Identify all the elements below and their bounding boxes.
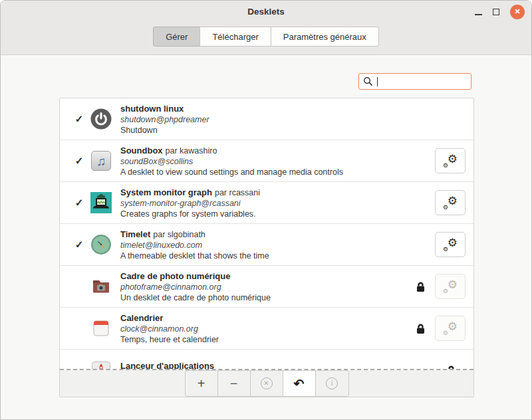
search-icon: [363, 76, 373, 86]
titlebar: Desklets ✕: [1, 1, 531, 23]
desklet-title: Soundbox: [120, 146, 163, 156]
list-toolbar: + − ✕ ↶ i: [60, 370, 473, 397]
desklet-info: Calendrier clock@cinnamon.org Temps, heu…: [120, 312, 412, 346]
minus-icon: −: [230, 376, 238, 391]
desklet-title: Calendrier: [120, 313, 163, 323]
enabled-check-icon: ✓: [68, 113, 90, 125]
desklet-row-launcher[interactable]: Lanceur d'applications launcher@cinnamon…: [60, 350, 473, 369]
configure-button[interactable]: ⚙⚙: [435, 232, 466, 257]
configure-button-disabled: ⚙⚙: [435, 274, 466, 299]
launcher-icon: [90, 360, 112, 369]
tab-general-settings[interactable]: Paramètres généraux: [271, 27, 379, 47]
desklet-author: par rcassani: [215, 188, 260, 197]
desklet-row-calendar[interactable]: Calendrier clock@cinnamon.org Temps, heu…: [60, 308, 473, 350]
undo-button[interactable]: ↶: [283, 371, 316, 396]
desklet-title: Cadre de photo numérique: [120, 271, 230, 281]
desklet-info: System monitor graphpar rcassani system-…: [120, 186, 435, 220]
desklet-list: ✓ shutdown linux shutdown@phpdreamer Shu…: [60, 98, 473, 369]
tab-bar: Gérer Télécharger Paramètres généraux: [1, 23, 531, 54]
desklet-description: A themeable desklet that shows the time: [120, 251, 435, 262]
circled-x-icon: ✕: [261, 377, 273, 389]
desklet-title: Timelet: [120, 229, 150, 239]
power-icon: [90, 108, 112, 130]
desklet-description: Creates graphs for system variables.: [120, 209, 435, 220]
desklet-description: Shutdown: [120, 125, 466, 136]
desklet-title: Lanceur d'applications: [120, 361, 214, 369]
gears-icon: ⚙⚙: [443, 195, 458, 210]
desklet-uuid: photoframe@cinnamon.org: [120, 282, 412, 292]
desklet-description: Un desklet de cadre de photo numérique: [120, 292, 412, 304]
lock-icon: [416, 281, 426, 292]
configure-button-disabled: ⚙⚙: [435, 316, 466, 341]
desklets-window: Desklets ✕ Gérer Télécharger Paramètres …: [0, 0, 532, 420]
desklet-uuid: system-monitor-graph@rcassani: [120, 198, 435, 209]
clock-icon: [90, 234, 112, 255]
desklet-row-shutdown-linux[interactable]: ✓ shutdown linux shutdown@phpdreamer Shu…: [60, 98, 473, 140]
remove-desklet-button[interactable]: −: [218, 371, 251, 396]
gears-icon: ⚙⚙: [443, 279, 458, 294]
enabled-check-icon: ✓: [68, 155, 90, 167]
window-controls: ✕: [475, 1, 525, 23]
search-input[interactable]: [378, 77, 467, 86]
toolbar-button-group: + − ✕ ↶ i: [185, 370, 349, 397]
close-icon[interactable]: ✕: [510, 5, 525, 19]
desklet-row-soundbox[interactable]: ✓ ♫ Soundboxpar kawashiro soundBox@scoll…: [60, 140, 473, 182]
desklet-uuid: shutdown@phpdreamer: [120, 114, 466, 125]
minimize-icon[interactable]: [475, 14, 482, 15]
enabled-check-icon: ✓: [68, 197, 90, 209]
desklet-description: A desklet to view sound settings and man…: [120, 167, 435, 178]
tab-download[interactable]: Télécharger: [200, 27, 271, 47]
search-box[interactable]: [358, 73, 471, 90]
gears-icon: ⚙⚙: [443, 321, 458, 336]
gears-icon: ⚙⚙: [443, 237, 458, 252]
desklet-uuid: timelet@linuxedo.com: [120, 240, 435, 251]
system-monitor-icon: [90, 192, 112, 213]
window-header: Desklets ✕ Gérer Télécharger Paramètres …: [1, 1, 531, 55]
lock-icon: [446, 365, 456, 369]
desklet-uuid: clock@cinnamon.org: [120, 324, 412, 334]
photo-frame-icon: [90, 276, 112, 297]
desklet-info: Lanceur d'applications launcher@cinnamon…: [120, 360, 442, 369]
plus-icon: +: [198, 376, 205, 391]
desklet-info: Cadre de photo numérique photoframe@cinn…: [120, 270, 412, 304]
desklet-info: shutdown linux shutdown@phpdreamer Shutd…: [120, 102, 466, 136]
info-icon: i: [326, 377, 338, 389]
add-desklet-button[interactable]: +: [186, 371, 218, 396]
desklet-title: System monitor graph: [120, 187, 212, 197]
gears-icon: ⚙⚙: [443, 154, 458, 168]
desklet-author: par slgobinath: [153, 230, 205, 239]
undo-arrow-icon: ↶: [294, 377, 305, 390]
tab-manage[interactable]: Gérer: [153, 27, 200, 47]
desklet-info: Soundboxpar kawashiro soundBox@scollins …: [120, 144, 435, 178]
uninstall-desklet-button: ✕: [251, 371, 283, 396]
desklet-row-timelet[interactable]: ✓ Timeletpar slgobinath timelet@linuxedo…: [60, 224, 473, 266]
maximize-icon[interactable]: [493, 9, 499, 15]
desklet-info: Timeletpar slgobinath timelet@linuxedo.c…: [120, 228, 435, 262]
calendar-icon: [90, 318, 112, 339]
desklet-row-system-monitor-graph[interactable]: ✓ System: [60, 182, 473, 224]
music-note-icon: ♫: [90, 150, 112, 171]
enabled-check-icon: ✓: [68, 239, 90, 251]
lock-icon: [416, 323, 426, 334]
configure-button[interactable]: ⚙⚙: [435, 190, 466, 215]
info-button: i: [316, 371, 348, 396]
desklet-row-photo-frame[interactable]: Cadre de photo numérique photoframe@cinn…: [60, 266, 473, 308]
desklet-title: shutdown linux: [120, 104, 184, 114]
search-row: [1, 55, 531, 98]
window-title: Desklets: [1, 7, 531, 17]
desklet-author: par kawashiro: [166, 146, 217, 156]
desklet-listbox: ✓ shutdown linux shutdown@phpdreamer Shu…: [59, 98, 474, 397]
desklet-uuid: soundBox@scollins: [120, 156, 435, 167]
configure-button[interactable]: ⚙⚙: [435, 148, 466, 173]
desklet-description: Temps, heure et calendrier: [120, 334, 412, 346]
content-area: ✓ shutdown linux shutdown@phpdreamer Shu…: [1, 55, 531, 420]
